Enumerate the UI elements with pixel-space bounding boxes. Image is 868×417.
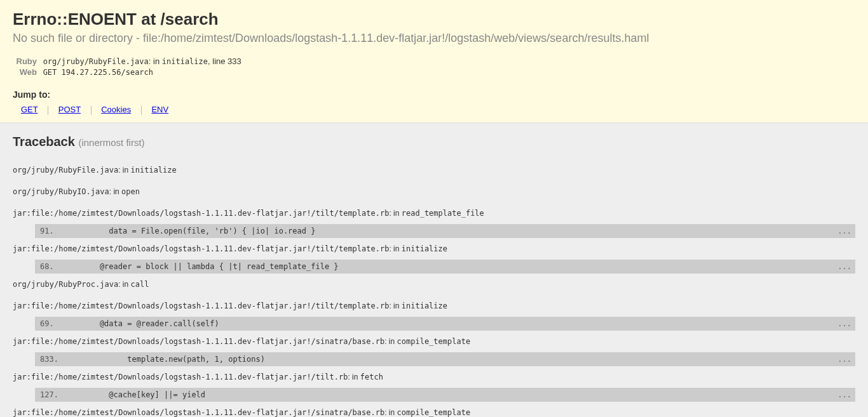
ellipsis-icon[interactable]: ... — [833, 260, 855, 274]
frame-location: jar:file:/home/zimtest/Downloads/logstas… — [13, 295, 855, 317]
frame-sep: : in — [109, 187, 121, 196]
frame-file: org/jruby/RubyProc.java — [13, 280, 118, 289]
code-row[interactable]: 833. template.new(path, 1, options)... — [35, 352, 855, 366]
jumpto-link-get[interactable]: GET — [21, 105, 38, 114]
frames-container: org/jruby/RubyFile.java: in initializeor… — [13, 159, 855, 417]
divider — [141, 106, 142, 115]
code-line: @cache[key] ||= yield — [76, 388, 833, 402]
frame-method: initialize — [131, 166, 177, 175]
jumpto-link-env[interactable]: ENV — [151, 105, 168, 114]
frame-method: read_template_file — [402, 209, 484, 218]
traceback-title: Traceback — [13, 135, 75, 149]
code-line: @data = @reader.call(self) — [76, 317, 833, 331]
ellipsis-icon[interactable]: ... — [833, 352, 855, 366]
frame-sep: : in — [389, 209, 401, 218]
frame-file: org/jruby/RubyFile.java — [13, 166, 118, 175]
ellipsis-icon[interactable]: ... — [833, 224, 855, 238]
traceback-heading: Traceback (innermost first) — [13, 135, 855, 149]
line-number: 91. — [35, 224, 76, 238]
code-line: template.new(path, 1, options) — [76, 352, 833, 366]
ruby-method: initialize — [162, 57, 208, 66]
ellipsis-icon[interactable]: ... — [833, 388, 855, 402]
frame-location: org/jruby/RubyFile.java: in initialize — [13, 159, 855, 181]
frame-method: compile_template — [397, 408, 471, 417]
frame-sep: : in — [384, 408, 397, 417]
traceback-frame[interactable]: org/jruby/RubyProc.java: in call — [13, 274, 855, 295]
frame-sep: : in — [389, 301, 401, 310]
frame-sep: : in — [389, 244, 401, 253]
frame-sep: : in — [348, 373, 360, 381]
divider — [48, 106, 48, 115]
frame-method: initialize — [402, 301, 447, 310]
code-row[interactable]: 127. @cache[key] ||= yield... — [35, 388, 855, 402]
code-line: data = File.open(file, 'rb') { |io| io.r… — [76, 224, 833, 238]
jumpto-label: Jump to: — [13, 89, 855, 100]
frame-file: jar:file:/home/zimtest/Downloads/logstas… — [13, 209, 389, 218]
ruby-line: , line 333 — [208, 56, 241, 66]
frame-sep: : in — [118, 280, 130, 289]
traceback-frame[interactable]: jar:file:/home/zimtest/Downloads/logstas… — [13, 202, 855, 238]
divider — [91, 106, 92, 115]
frame-file: jar:file:/home/zimtest/Downloads/logstas… — [13, 244, 389, 253]
frame-method: open — [121, 187, 140, 196]
frame-file: jar:file:/home/zimtest/Downloads/logstas… — [13, 408, 384, 417]
web-label: Web — [13, 67, 37, 77]
frame-location: jar:file:/home/zimtest/Downloads/logstas… — [13, 202, 855, 224]
traceback-frame[interactable]: jar:file:/home/zimtest/Downloads/logstas… — [13, 295, 855, 331]
error-subtitle: No such file or directory - file:/home/z… — [13, 32, 855, 45]
frame-file: org/jruby/RubyIO.java — [13, 187, 109, 196]
error-title: Errno::ENOENT at /search — [13, 10, 855, 29]
ellipsis-icon[interactable]: ... — [833, 317, 855, 331]
jumpto-section: Jump to: GET POST Cookies ENV — [13, 89, 855, 115]
frame-location: jar:file:/home/zimtest/Downloads/logstas… — [13, 402, 855, 417]
frame-location: jar:file:/home/zimtest/Downloads/logstas… — [13, 238, 855, 260]
code-row[interactable]: 68. @reader = block || lambda { |t| read… — [35, 260, 855, 274]
line-number: 127. — [35, 388, 76, 402]
ruby-in: : in — [149, 56, 162, 66]
frame-file: jar:file:/home/zimtest/Downloads/logstas… — [13, 301, 389, 310]
jumpto-link-cookies[interactable]: Cookies — [101, 105, 131, 114]
code-row[interactable]: 69. @data = @reader.call(self)... — [35, 317, 855, 331]
traceback-frame[interactable]: jar:file:/home/zimtest/Downloads/logstas… — [13, 402, 855, 417]
code-line: @reader = block || lambda { |t| read_tem… — [76, 260, 833, 274]
frame-sep: : in — [384, 337, 397, 346]
line-number: 68. — [35, 260, 76, 274]
error-header: Errno::ENOENT at /search No such file or… — [0, 0, 868, 123]
frame-method: initialize — [402, 244, 447, 253]
traceback-frame[interactable]: jar:file:/home/zimtest/Downloads/logstas… — [13, 238, 855, 274]
ruby-label: Ruby — [13, 56, 37, 66]
frame-file: jar:file:/home/zimtest/Downloads/logstas… — [13, 337, 384, 346]
jumpto-link-post[interactable]: POST — [58, 105, 81, 114]
frame-location: jar:file:/home/zimtest/Downloads/logstas… — [13, 331, 855, 352]
frame-file: jar:file:/home/zimtest/Downloads/logstas… — [13, 373, 348, 381]
ruby-info-line: Ruby org/jruby/RubyFile.java: in initial… — [13, 56, 855, 66]
frame-location: org/jruby/RubyProc.java: in call — [13, 274, 855, 295]
code-row[interactable]: 91. data = File.open(file, 'rb') { |io| … — [35, 224, 855, 238]
web-method: GET — [43, 68, 62, 77]
frame-method: call — [131, 280, 149, 289]
frame-sep: : in — [118, 166, 130, 175]
frame-method: compile_template — [397, 337, 471, 346]
page-scroll[interactable]: Errno::ENOENT at /search No such file or… — [0, 0, 868, 417]
line-number: 69. — [35, 317, 76, 331]
traceback-sub: (innermost first) — [78, 137, 144, 148]
web-info-line: Web GET 194.27.225.56/search — [13, 67, 855, 77]
frame-location: jar:file:/home/zimtest/Downloads/logstas… — [13, 366, 855, 388]
frame-location: org/jruby/RubyIO.java: in open — [13, 181, 855, 202]
traceback-frame[interactable]: jar:file:/home/zimtest/Downloads/logstas… — [13, 331, 855, 366]
traceback-frame[interactable]: jar:file:/home/zimtest/Downloads/logstas… — [13, 366, 855, 402]
traceback-frame[interactable]: org/jruby/RubyIO.java: in open — [13, 181, 855, 202]
traceback-section: Traceback (innermost first) org/jruby/Ru… — [0, 123, 868, 417]
ruby-file: org/jruby/RubyFile.java — [43, 57, 149, 66]
web-url: 194.27.225.56/search — [62, 68, 154, 77]
frame-method: fetch — [360, 373, 383, 381]
traceback-frame[interactable]: org/jruby/RubyFile.java: in initialize — [13, 159, 855, 181]
line-number: 833. — [35, 352, 76, 366]
